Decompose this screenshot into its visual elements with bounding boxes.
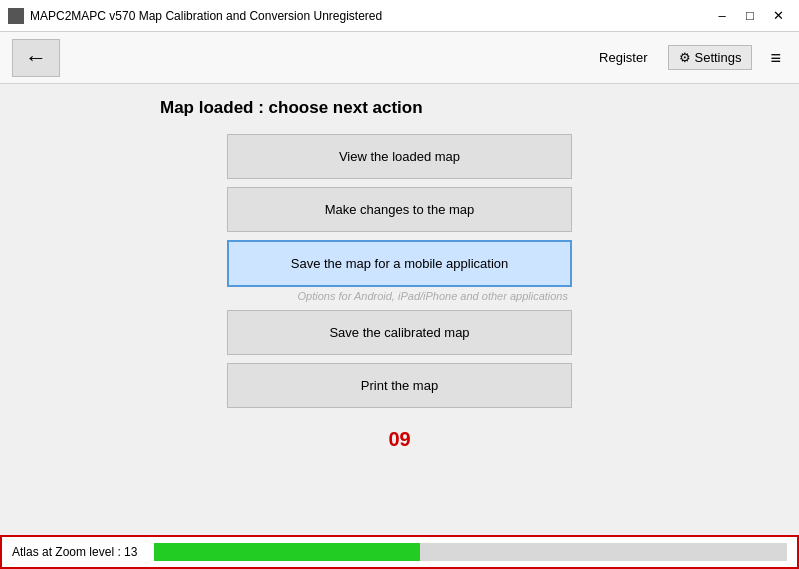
- view-map-label: View the loaded map: [339, 149, 460, 164]
- svg-rect-2: [9, 17, 15, 23]
- title-bar: MAPC2MAPC v570 Map Calibration and Conve…: [0, 0, 799, 32]
- save-mobile-label: Save the map for a mobile application: [291, 256, 509, 271]
- toolbar: ← Register ⚙ Settings ≡: [0, 32, 799, 84]
- view-map-button[interactable]: View the loaded map: [227, 134, 572, 179]
- mobile-tooltip-row: Options for Android, iPad/iPhone and oth…: [227, 290, 572, 302]
- svg-rect-0: [9, 9, 15, 15]
- settings-button[interactable]: ⚙ Settings: [668, 45, 753, 70]
- svg-rect-1: [17, 9, 23, 15]
- back-arrow-icon: ←: [25, 45, 47, 71]
- save-calibrated-button[interactable]: Save the calibrated map: [227, 310, 572, 355]
- close-button[interactable]: ✕: [765, 6, 791, 26]
- window-title: MAPC2MAPC v570 Map Calibration and Conve…: [30, 9, 709, 23]
- maximize-button[interactable]: □: [737, 6, 763, 26]
- minimize-button[interactable]: –: [709, 6, 735, 26]
- menu-button[interactable]: ≡: [764, 45, 787, 71]
- page-title: Map loaded : choose next action: [160, 98, 423, 118]
- save-mobile-button[interactable]: Save the map for a mobile application: [227, 240, 572, 287]
- make-changes-label: Make changes to the map: [325, 202, 475, 217]
- number-display: 09: [20, 424, 779, 455]
- make-changes-button[interactable]: Make changes to the map: [227, 187, 572, 232]
- app-icon: [8, 8, 24, 24]
- mobile-tooltip-text: Options for Android, iPad/iPhone and oth…: [298, 290, 569, 302]
- settings-icon: ⚙: [679, 50, 691, 65]
- save-calibrated-label: Save the calibrated map: [329, 325, 469, 340]
- settings-label: Settings: [695, 50, 742, 65]
- window-controls: – □ ✕: [709, 6, 791, 26]
- status-bar: Atlas at Zoom level : 13: [0, 535, 799, 569]
- progress-bar: [154, 543, 420, 561]
- main-content: Map loaded : choose next action View the…: [0, 84, 799, 535]
- action-buttons-area: View the loaded map Make changes to the …: [20, 134, 779, 416]
- print-map-label: Print the map: [361, 378, 438, 393]
- register-button[interactable]: Register: [591, 46, 655, 69]
- status-text: Atlas at Zoom level : 13: [12, 545, 142, 559]
- back-button[interactable]: ←: [12, 39, 60, 77]
- progress-container: [154, 543, 787, 561]
- svg-rect-3: [17, 17, 23, 23]
- print-map-button[interactable]: Print the map: [227, 363, 572, 408]
